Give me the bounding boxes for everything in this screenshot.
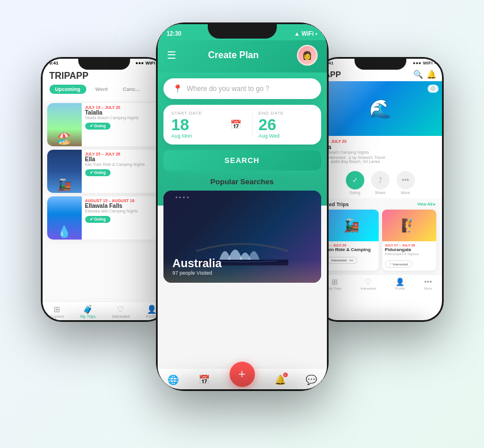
event-sub: a Beach Camping Nights [325,150,436,154]
interest-btn-2[interactable]: ♡ Interested [385,260,412,268]
my-trips-label: My Trips [81,314,96,318]
going-button-1[interactable]: ✔ Going [85,123,110,130]
suggested-card-1[interactable]: 🚂 5 – JULY 26 ain Ride & Camping Interes… [325,210,379,271]
right-header-icons: 🔍 🔔 [413,70,436,79]
tab-cancelled[interactable]: Canc... [117,85,146,94]
my-trips-label-right: My Trips [328,287,341,290]
bottom-nav-right: ⊞ My Trips ♡ Interested 👤 Profile ••• Mo… [319,274,442,292]
nav-more-right[interactable]: ••• More [424,278,432,290]
trip-name-2: Ella [85,156,158,162]
interest-btn-1[interactable]: Interested ••• [327,257,357,264]
more-label-right: More [424,287,432,290]
trip-desc-2: Ella Train Ride & Camping Nights [85,162,158,167]
nav-globe[interactable]: 🌐 [167,374,179,385]
event-location: 📍 alalla Bay Beach, Sri Lanka [325,160,436,164]
end-date-section[interactable]: End Date 26 Aug Wed [258,111,313,139]
trip-item[interactable]: 🏖️ JULY 19 – JULY 20 Talalla Talalla Bea… [47,103,161,146]
nav-interested-left[interactable]: ♡ Interested [112,305,129,318]
bell-container: 🔔 1 [275,374,286,385]
sug-name-2: Pidurangala [385,247,433,252]
interested-icon-right: ♡ [365,278,372,286]
globe-icon: 🌐 [167,374,179,385]
view-all-link[interactable]: View All ▸ [417,202,436,207]
battery-center: ▪ [315,31,318,37]
interested-label-right: Interested [360,287,376,290]
nav-interested-right[interactable]: ♡ Interested [360,278,376,290]
event-detail: 9 – JULY 20 lla a Beach Camping Nights 6… [319,136,442,168]
end-date-sub: Aug Wed [258,133,313,139]
app-title-left: TRIPAPP [49,71,159,81]
interested-tag: ⓘ [428,85,439,93]
trip-desc-1: Talalla Beach Camping Nights [85,116,158,120]
screen-right: 9:41 ●●● WiFi ▪ APP 🔍 🔔 🌊 ⓘ [319,59,442,320]
center-header: ☰ Create Plan 👩 [158,40,327,73]
nav-my-trips[interactable]: 🧳 My Trips [81,305,96,318]
date-card: Start Date 18 Aug Mon 📅 End Date 26 Aug … [163,105,321,145]
start-date-sub: Aug Mon [172,133,226,139]
profile-label-right: Profile [395,287,405,290]
nav-chat[interactable]: 💬 [306,374,317,385]
sug-img-inner-1: 🚂 [325,210,379,241]
tab-went[interactable]: Went [90,85,114,94]
wifi-center: WiFi [302,31,314,37]
notch-left [78,57,130,70]
my-trips-icon: 🧳 [83,305,93,314]
trip-image-2: 🚂 [47,150,82,193]
hero-image-right: 🌊 ⓘ [319,81,442,136]
center-body-content: 📍 Where do you want to go ? Start Date 1… [158,73,327,368]
trip-date-3: AUGUST 15 – AUGUST 16 [85,199,158,203]
nav-fab-button[interactable]: + [230,362,255,387]
header-title-center: Create Plan [170,50,297,60]
more-label: More [401,191,410,195]
share-label: Share [375,191,386,195]
trip-date-1: JULY 19 – JULY 20 [85,105,158,109]
wifi-right: WiFi [423,60,433,66]
tab-upcoming[interactable]: Upcoming [49,85,86,94]
action-share[interactable]: ⤴ Share [371,171,390,195]
popular-section: Popular Searches [163,177,321,283]
bell-icon-right[interactable]: 🔔 [426,70,436,79]
nav-my-trips-right[interactable]: ⊞ My Trips [328,278,341,290]
event-by: 6 Interested p by Sinbad's Travel [325,155,436,160]
trip-item-3[interactable]: 💧 AUGUST 15 – AUGUST 16 Ellawala Falls E… [47,196,161,240]
avatar[interactable]: 👩 [297,45,318,66]
nav-calendar[interactable]: 📅 [199,374,210,385]
event-date: 9 – JULY 20 [325,139,436,143]
center-phone-body: 12:30 ▲ WiFi ▪ ☰ Create Plan 👩 [158,24,327,389]
bottom-nav-left: ⊞ Explore 🧳 My Trips ♡ Interested 👤 Prof… [43,301,166,320]
going-button-2[interactable]: ✔ Going [85,169,110,176]
suggested-card-2[interactable]: 🧗 JULY 27 – JULY 28 Pidurangala Pidurang… [382,210,436,271]
nav-explore[interactable]: ⊞ Explore [51,305,64,318]
explore-label: Explore [51,314,64,318]
status-icons-center: ▲ WiFi ▪ [294,31,317,37]
phone-left: 9:41 ●●● WiFi ▪ TRIPAPP Upcoming Went Ca… [41,57,167,322]
nav-bell[interactable]: 🔔 1 [275,374,286,385]
trip-item-2[interactable]: 🚂 JULY 25 – JULY 26 Ella Ella Train Ride… [47,150,161,193]
search-bar[interactable]: 📍 Where do you want to go ? [163,78,321,99]
phone-center: 12:30 ▲ WiFi ▪ ☰ Create Plan 👩 [156,22,329,391]
popular-card[interactable]: ✦ ✦ ✦ ✦ Australia 97 people Visited [163,191,321,283]
going-circle: ✓ [346,171,364,189]
trip-info-1: JULY 19 – JULY 20 Talalla Talalla Beach … [82,103,161,146]
calendar-nav-icon: 📅 [199,374,210,385]
search-placeholder: Where do you want to go ? [187,85,269,93]
start-date-num: 18 [172,117,226,133]
sug-image-1: 🚂 [325,210,379,241]
going-button-3[interactable]: ✔ Going [85,216,110,223]
notch-right [355,57,406,70]
battery-right: ▪ [435,60,436,66]
pin-icon: 📍 [173,84,182,93]
trip-image-1: 🏖️ [47,103,82,146]
wifi-left: WiFi [146,60,155,66]
search-button[interactable]: SEARCH [163,150,321,170]
date-row: Start Date 18 Aug Mon 📅 End Date 26 Aug … [172,111,313,139]
nav-profile-right[interactable]: 👤 Profile [395,278,405,290]
more-circle: ••• [397,171,415,189]
suggested-header: sted Trips View All ▸ [325,202,436,207]
action-more[interactable]: ••• More [397,171,415,195]
more-icon-right: ••• [424,278,432,286]
action-going[interactable]: ✓ Going [346,171,364,195]
start-date-section[interactable]: Start Date 18 Aug Mon [172,111,226,139]
search-icon-right[interactable]: 🔍 [413,70,423,79]
trip-date-2: JULY 25 – JULY 26 [85,152,158,156]
